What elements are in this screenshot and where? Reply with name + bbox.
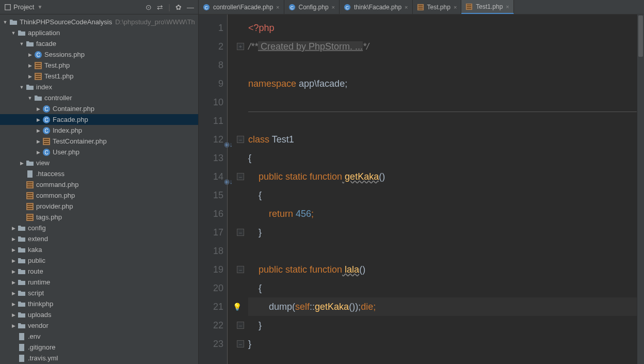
code[interactable]: <?php /** Created by PhpStorm. ...*/ nam… [228, 14, 637, 364]
file-icon [18, 354, 26, 362]
line-number[interactable]: 22 [199, 316, 223, 335]
line-number[interactable]: 20 [199, 279, 223, 297]
tree-item-label: Test.php [44, 61, 70, 69]
tree-item[interactable]: ▶CFacade.php [0, 114, 198, 125]
svg-text:C: C [44, 117, 48, 123]
tree-item[interactable]: .env [0, 331, 198, 342]
folder-icon [18, 235, 26, 243]
tree-item[interactable]: ▼index [0, 82, 198, 92]
editor-tab[interactable]: Test.php× [413, 0, 462, 14]
svg-rect-27 [27, 186, 33, 187]
line-number[interactable]: 10 [199, 93, 223, 112]
close-icon[interactable]: × [276, 4, 279, 10]
tree-item[interactable]: ▼controller [0, 92, 198, 103]
tree-item[interactable]: ▶public [0, 255, 198, 266]
tree-item[interactable]: ▼facade [0, 38, 198, 49]
tree-item[interactable]: ▶runtime [0, 277, 198, 288]
editor-tab[interactable]: CConfig.php× [284, 0, 340, 14]
project-tree[interactable]: ▼ThinkPHPSourceCodeAnalysisD:\phpstudy_p… [0, 14, 198, 364]
bulb-icon[interactable]: 💡 [233, 297, 242, 316]
line-number[interactable]: 17 [199, 223, 223, 242]
tree-item[interactable]: ▶route [0, 266, 198, 277]
tree-item[interactable]: .travis.yml [0, 353, 198, 363]
line-number[interactable]: 19 [199, 260, 223, 279]
line-number[interactable]: 13 [199, 149, 223, 167]
tree-item[interactable]: ▶CContainer.php [0, 103, 198, 114]
editor-tab[interactable]: Cthink\Facade.php× [340, 0, 413, 14]
php-t-icon [26, 202, 34, 211]
line-number[interactable]: 23 [199, 335, 223, 353]
tree-item[interactable]: ▼application [0, 27, 198, 38]
gear-icon[interactable]: ✿ [175, 3, 182, 11]
line-number[interactable]: 15 [199, 186, 223, 204]
line-number[interactable]: 2 [199, 37, 223, 56]
line-number[interactable]: 18 [199, 242, 223, 260]
tree-item[interactable]: .gitignore [0, 342, 198, 353]
php-c-icon: C [42, 148, 51, 156]
code-text: ; [311, 209, 314, 219]
tab-label: Config.php [299, 4, 329, 11]
line-number[interactable]: 11 [199, 112, 223, 130]
divider-icon: | [168, 3, 170, 11]
tree-item[interactable]: ▶Test1.php [0, 71, 198, 82]
close-icon[interactable]: × [332, 4, 335, 10]
tree-item[interactable]: ▶config [0, 223, 198, 233]
close-icon[interactable]: × [506, 4, 509, 10]
tree-item[interactable]: common.php [0, 190, 198, 201]
svg-rect-34 [27, 206, 33, 207]
svg-rect-19 [44, 141, 49, 142]
tree-item[interactable]: ▶TestContainer.php [0, 136, 198, 147]
tree-item-label: application [28, 29, 60, 37]
tree-item[interactable]: ▶script [0, 288, 198, 298]
code-text: return [269, 209, 293, 219]
collapse-icon[interactable]: — [187, 3, 194, 11]
tree-item[interactable]: ▶extend [0, 233, 198, 244]
caret-icon: ▶ [10, 280, 17, 285]
tree-item[interactable]: ▶Test.php [0, 60, 198, 71]
svg-rect-25 [27, 182, 33, 183]
project-tool-button[interactable]: Project ▼ [4, 3, 146, 11]
editor-tab[interactable]: Ccontroller\Facade.php× [199, 0, 284, 14]
tree-item[interactable]: ▶uploads [0, 309, 198, 320]
code-text: app\facade; [296, 78, 347, 89]
line-number[interactable]: 21 [199, 297, 223, 316]
close-icon[interactable]: × [405, 4, 408, 10]
tree-item[interactable]: ▶CIndex.php [0, 125, 198, 136]
tree-item[interactable]: ▶vendor [0, 320, 198, 331]
tree-item-label: Index.php [53, 126, 82, 134]
tree-item[interactable]: ▶thinkphp [0, 298, 198, 309]
svg-text:C: C [205, 5, 208, 10]
tree-item[interactable]: ▶view [0, 157, 198, 168]
tree-item[interactable]: command.php [0, 179, 198, 190]
close-icon[interactable]: × [454, 4, 457, 10]
editor-scrollbar[interactable] [637, 14, 644, 364]
editor-tab[interactable]: Test1.php× [461, 0, 513, 14]
tree-item[interactable]: provider.php [0, 201, 198, 212]
tree-item[interactable]: ▶CUser.php [0, 147, 198, 157]
svg-rect-29 [27, 193, 33, 194]
tree-item[interactable]: tags.php [0, 212, 198, 223]
folder-open-icon [26, 40, 34, 48]
scrollbar-thumb[interactable] [638, 15, 643, 57]
expand-icon[interactable]: ⇄ [157, 3, 163, 11]
line-number[interactable]: 16 [199, 204, 223, 223]
php-t-icon [34, 72, 42, 81]
locate-icon[interactable]: ⊙ [146, 3, 152, 11]
line-number[interactable]: 12◉↓ [199, 130, 223, 149]
php-t-icon [34, 61, 42, 70]
line-number[interactable]: 1 [199, 19, 223, 37]
code-text: } [259, 227, 262, 238]
code-text: { [259, 283, 262, 293]
tree-item-label: command.php [36, 181, 78, 188]
tree-item-label: .gitignore [28, 343, 55, 351]
tree-item[interactable]: .htaccess [0, 168, 198, 179]
caret-icon: ▼ [10, 30, 17, 36]
tree-item[interactable]: ▶kaka [0, 244, 198, 255]
tree-item-label: script [28, 289, 44, 297]
tree-item[interactable]: ▼ThinkPHPSourceCodeAnalysisD:\phpstudy_p… [0, 17, 198, 27]
tree-item[interactable]: ▶CSessions.php [0, 49, 198, 60]
line-number[interactable]: 8 [199, 56, 223, 74]
folder-icon [18, 257, 26, 265]
line-number[interactable]: 9 [199, 74, 223, 93]
line-number[interactable]: 14◉↓ [199, 167, 223, 186]
